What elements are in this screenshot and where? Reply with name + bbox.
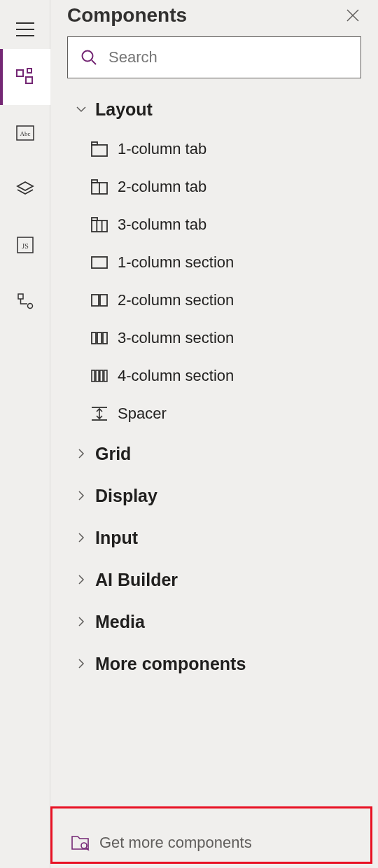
svg-rect-22 bbox=[92, 332, 96, 344]
item-label: Spacer bbox=[118, 405, 167, 423]
group-label: Grid bbox=[95, 444, 131, 464]
rail-text-button[interactable]: Abc bbox=[0, 105, 50, 161]
item-label: 3-column section bbox=[118, 329, 234, 347]
four-column-section-icon bbox=[91, 370, 108, 382]
svg-rect-21 bbox=[100, 295, 107, 306]
rail-active-indicator bbox=[0, 49, 3, 105]
abc-icon: Abc bbox=[16, 125, 34, 141]
search-input[interactable] bbox=[107, 48, 348, 67]
layers-icon bbox=[16, 180, 34, 198]
get-more-components-button[interactable]: Get more components bbox=[50, 818, 378, 868]
item-4-column-section[interactable]: 4-column section bbox=[67, 357, 361, 395]
components-panel: Components Layout 1-column tab bbox=[50, 0, 378, 868]
two-column-tab-icon bbox=[91, 179, 108, 195]
item-label: 2-column tab bbox=[118, 178, 206, 196]
rail-js-button[interactable]: JS bbox=[0, 217, 50, 273]
group-label: AI Builder bbox=[95, 570, 178, 590]
svg-rect-10 bbox=[92, 145, 107, 156]
svg-rect-15 bbox=[92, 220, 107, 232]
item-1-column-tab[interactable]: 1-column tab bbox=[67, 130, 361, 168]
group-label: Media bbox=[95, 612, 145, 632]
group-label: Layout bbox=[95, 99, 153, 120]
three-column-section-icon bbox=[91, 332, 108, 344]
folder-search-icon bbox=[71, 835, 90, 850]
search-icon bbox=[80, 49, 97, 66]
item-3-column-section[interactable]: 3-column section bbox=[67, 319, 361, 357]
svg-rect-23 bbox=[97, 332, 102, 344]
item-spacer[interactable]: Spacer bbox=[67, 395, 361, 433]
svg-rect-16 bbox=[92, 218, 97, 220]
close-button[interactable] bbox=[342, 4, 364, 27]
chevron-right-icon bbox=[76, 658, 87, 669]
svg-text:Abc: Abc bbox=[20, 130, 30, 137]
footer-label: Get more components bbox=[99, 834, 252, 852]
close-icon bbox=[346, 8, 360, 22]
chevron-right-icon bbox=[76, 490, 87, 501]
svg-rect-1 bbox=[26, 77, 32, 83]
hierarchy-icon bbox=[17, 293, 34, 309]
rail-components-button[interactable] bbox=[0, 49, 50, 105]
svg-rect-19 bbox=[92, 257, 107, 268]
svg-rect-11 bbox=[92, 142, 97, 145]
svg-rect-0 bbox=[17, 70, 23, 76]
item-label: 3-column tab bbox=[118, 216, 206, 234]
group-grid[interactable]: Grid bbox=[67, 433, 361, 475]
svg-rect-26 bbox=[96, 370, 99, 382]
chevron-right-icon bbox=[76, 616, 87, 627]
search-box[interactable] bbox=[67, 36, 361, 78]
panel-title: Components bbox=[67, 4, 187, 27]
chevron-right-icon bbox=[76, 574, 87, 585]
components-tree: Layout 1-column tab 2-column tab bbox=[50, 84, 378, 818]
group-media[interactable]: Media bbox=[67, 601, 361, 643]
chevron-down-icon bbox=[76, 104, 87, 115]
svg-point-31 bbox=[81, 843, 87, 848]
svg-point-9 bbox=[83, 51, 93, 62]
item-3-column-tab[interactable]: 3-column tab bbox=[67, 206, 361, 244]
group-label: Display bbox=[95, 486, 158, 506]
group-ai-builder[interactable]: AI Builder bbox=[67, 559, 361, 601]
chevron-right-icon bbox=[76, 448, 87, 459]
item-label: 1-column section bbox=[118, 253, 234, 272]
spacer-icon bbox=[91, 407, 108, 421]
item-2-column-section[interactable]: 2-column section bbox=[67, 281, 361, 319]
components-icon bbox=[15, 67, 35, 87]
one-column-section-icon bbox=[91, 256, 108, 269]
group-layout[interactable]: Layout bbox=[67, 88, 361, 130]
item-2-column-tab[interactable]: 2-column tab bbox=[67, 168, 361, 206]
item-1-column-section[interactable]: 1-column section bbox=[67, 244, 361, 281]
tool-rail: Abc JS bbox=[0, 0, 50, 868]
svg-rect-13 bbox=[92, 180, 97, 183]
rail-layers-button[interactable] bbox=[0, 161, 50, 217]
js-icon: JS bbox=[17, 237, 34, 253]
svg-rect-28 bbox=[104, 370, 107, 382]
group-label: Input bbox=[95, 528, 138, 548]
hamburger-menu-button[interactable] bbox=[0, 10, 50, 49]
group-display[interactable]: Display bbox=[67, 475, 361, 517]
rail-tree-button[interactable] bbox=[0, 273, 50, 329]
svg-rect-24 bbox=[103, 332, 107, 344]
svg-rect-2 bbox=[27, 69, 31, 73]
svg-rect-7 bbox=[18, 294, 23, 299]
svg-rect-25 bbox=[92, 370, 94, 382]
one-column-tab-icon bbox=[91, 141, 108, 157]
item-label: 2-column section bbox=[118, 291, 234, 309]
group-input[interactable]: Input bbox=[67, 517, 361, 559]
chevron-right-icon bbox=[76, 532, 87, 543]
svg-rect-27 bbox=[100, 370, 103, 382]
group-more-components[interactable]: More components bbox=[67, 643, 361, 685]
svg-text:JS: JS bbox=[22, 242, 28, 250]
item-label: 4-column section bbox=[118, 367, 234, 385]
three-column-tab-icon bbox=[91, 217, 108, 232]
group-label: More components bbox=[95, 654, 246, 674]
item-label: 1-column tab bbox=[118, 140, 206, 158]
svg-rect-20 bbox=[92, 295, 99, 306]
svg-point-8 bbox=[27, 304, 32, 309]
two-column-section-icon bbox=[91, 294, 108, 307]
